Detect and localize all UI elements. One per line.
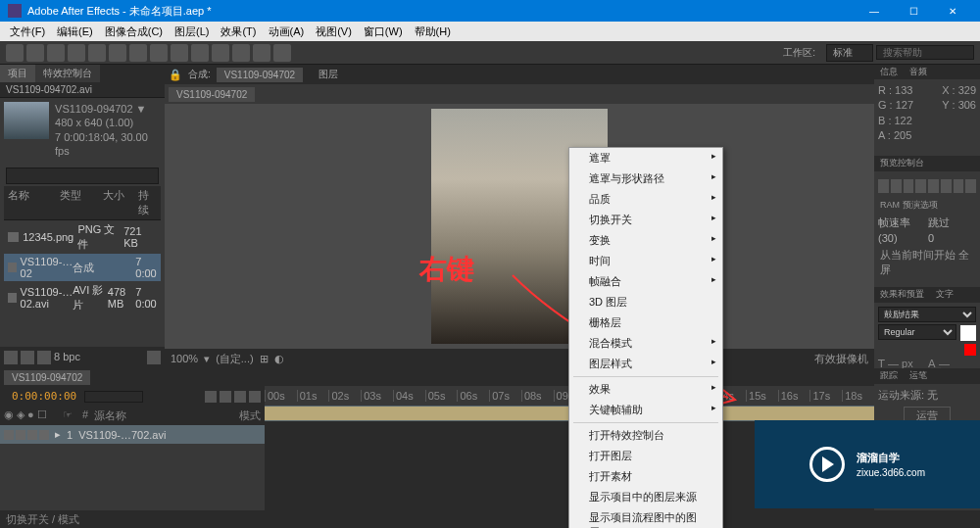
project-search-input[interactable] [6,168,159,184]
camera-dropdown[interactable]: 有效摄像机 [814,352,868,366]
rotate-tool-icon[interactable] [68,44,85,62]
last-frame-icon[interactable] [928,179,939,193]
menu-edit[interactable]: 编辑(E) [51,24,99,39]
loop-icon[interactable] [954,179,964,193]
eraser-tool-icon[interactable] [232,44,250,62]
tl-opt-icon[interactable] [249,391,261,403]
tab-project[interactable]: 项目 [0,65,35,82]
tab-brush[interactable]: 运笔 [904,368,933,384]
menu-composition[interactable]: 图像合成(C) [99,24,169,39]
cm-frame-blend[interactable]: 帧融合 [569,271,722,292]
menu-layer[interactable]: 图层(L) [169,24,215,39]
puppet-tool-icon[interactable] [273,44,291,62]
lock-icon[interactable]: 🔒 [169,69,182,81]
menu-help[interactable]: 帮助(H) [409,24,457,39]
project-item[interactable]: VS1109-…02 合成 7 0:00 [4,254,161,281]
pan-behind-tool-icon[interactable] [109,44,126,62]
menu-file[interactable]: 文件(F) [4,24,51,39]
toggle-switches[interactable]: 切换开关 / 模式 [6,512,79,527]
tab-effects[interactable]: 效果和预置 [874,287,930,303]
tab-preview[interactable]: 预览控制台 [874,156,930,171]
viewer[interactable]: 右键 [165,104,874,349]
timeline-search[interactable] [84,391,143,403]
timeline-tab[interactable]: VS1109-094702 [4,370,90,385]
project-item[interactable]: 12345.png PNG 文件 721 KB [4,220,161,254]
comp-new-icon[interactable] [21,351,34,364]
tab-audio[interactable]: 音频 [904,65,933,79]
cm-layer-styles[interactable]: 图层样式 [569,354,722,374]
help-search-input[interactable] [876,45,974,60]
fx-target-dropdown[interactable]: VS1109-094702.avi [0,82,165,98]
minimize-button[interactable]: — [855,0,894,22]
visibility-icon[interactable] [4,430,14,440]
tl-opt-icon[interactable] [220,391,231,403]
bpc-icon[interactable] [37,351,51,364]
timecode[interactable]: 0:00:00:00 [4,390,84,403]
shape-tool-icon[interactable] [129,44,147,62]
project-item[interactable]: VS1109-…02.avi AVI 影片 478 MB 7 0:00 [4,281,161,314]
ram-preview-icon[interactable] [965,179,976,193]
menu-effect[interactable]: 效果(T) [215,24,262,39]
brush-tool-icon[interactable] [191,44,209,62]
selection-tool-icon[interactable] [6,44,24,62]
zoom-dropdown[interactable]: 100% [171,353,198,364]
mask-icon[interactable]: ◐ [274,353,284,365]
menu-window[interactable]: 窗口(W) [358,24,409,39]
cm-transform[interactable]: 变换 [569,230,722,251]
stroke-color-swatch[interactable] [964,344,976,356]
folder-icon[interactable] [4,351,18,364]
hand-tool-icon[interactable] [26,44,44,62]
cm-mask-shape[interactable]: 遮罩与形状路径 [569,168,722,189]
next-frame-icon[interactable] [915,179,926,193]
fill-color-swatch[interactable] [960,325,976,341]
text-tool-icon[interactable] [171,44,188,62]
font-style-select[interactable]: Regular [878,324,956,340]
grid-icon[interactable]: ⊞ [260,353,269,365]
close-button[interactable]: ✕ [933,0,972,22]
cm-time[interactable]: 时间 [569,251,722,271]
camera-tool-icon[interactable] [88,44,106,62]
layout-tab[interactable]: 图层 [318,68,338,81]
zoom-tool-icon[interactable] [47,44,65,62]
cm-effect[interactable]: 效果 [569,379,722,400]
cm-open-layer[interactable]: 打开图层 [569,446,722,466]
audio-icon[interactable] [941,179,952,193]
first-frame-icon[interactable] [878,179,889,193]
tab-character[interactable]: 文字 [930,287,959,303]
roto-tool-icon[interactable] [253,44,270,62]
cm-reveal-source[interactable]: 显示项目中的图层来源 [569,487,722,507]
cm-reveal-flowchart[interactable]: 显示项目流程图中的图层 [569,507,722,528]
pen-tool-icon[interactable] [150,44,168,62]
solo-icon[interactable] [27,430,37,440]
motion-source-select[interactable]: 无 [927,389,938,401]
comp-sub-tab[interactable]: VS1109-094702 [169,87,255,102]
cm-quality[interactable]: 品质 [569,189,722,210]
tl-opt-icon[interactable] [205,391,217,403]
cm-switches[interactable]: 切换开关 [569,210,722,230]
cm-blend-mode[interactable]: 混合模式 [569,333,722,354]
menu-animation[interactable]: 动画(A) [263,24,311,39]
lock-icon[interactable] [39,430,49,440]
cm-guide-layer[interactable]: 栅格层 [569,312,722,333]
tab-info[interactable]: 信息 [874,65,904,79]
font-family-select[interactable]: 鼓励结果 [878,307,976,322]
cm-3d-layer[interactable]: 3D 图层 [569,292,722,312]
tab-tracker[interactable]: 跟踪 [874,368,904,384]
cm-mask[interactable]: 遮罩 [569,148,722,168]
res-dropdown[interactable]: (自定...) [216,352,254,366]
timeline-layer-row[interactable]: ▸ 1 VS1109-…702.avi [0,425,265,444]
prev-frame-icon[interactable] [891,179,902,193]
maximize-button[interactable]: ☐ [894,0,933,22]
audio-icon[interactable] [16,430,25,440]
comp-tab-name[interactable]: VS1109-094702 [217,68,303,82]
trash-icon[interactable] [147,351,161,364]
cm-open-source[interactable]: 打开素材 [569,466,722,487]
tl-opt-icon[interactable] [234,391,246,403]
cm-open-fx[interactable]: 打开特效控制台 [569,425,722,446]
clone-tool-icon[interactable] [212,44,229,62]
workspace-select[interactable]: 标准 [826,44,873,62]
cm-keyframe-assist[interactable]: 关键帧辅助 [569,400,722,420]
menu-view[interactable]: 视图(V) [310,24,358,39]
play-icon[interactable] [904,179,914,193]
tab-fx-controls[interactable]: 特效控制台 [35,65,100,82]
